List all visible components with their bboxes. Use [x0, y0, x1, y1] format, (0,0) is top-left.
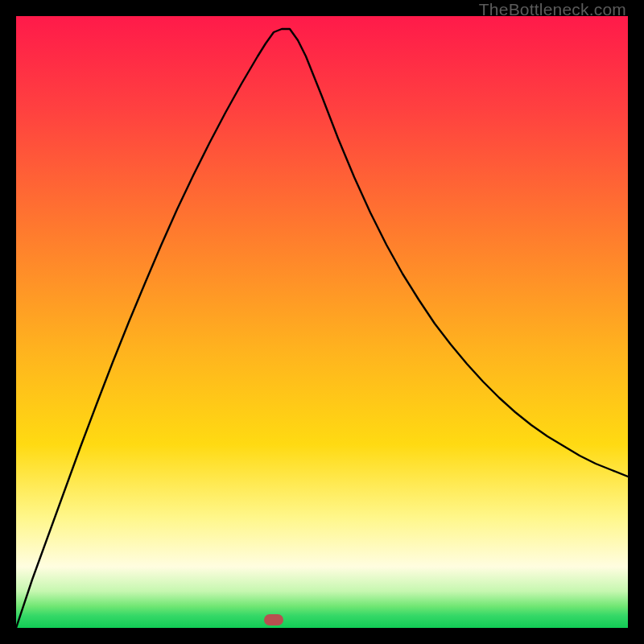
chart-frame: TheBottleneck.com	[0, 0, 644, 644]
min-marker	[264, 614, 283, 625]
curve-path	[16, 29, 628, 628]
plot-area	[16, 16, 628, 628]
curve-svg	[16, 16, 628, 628]
